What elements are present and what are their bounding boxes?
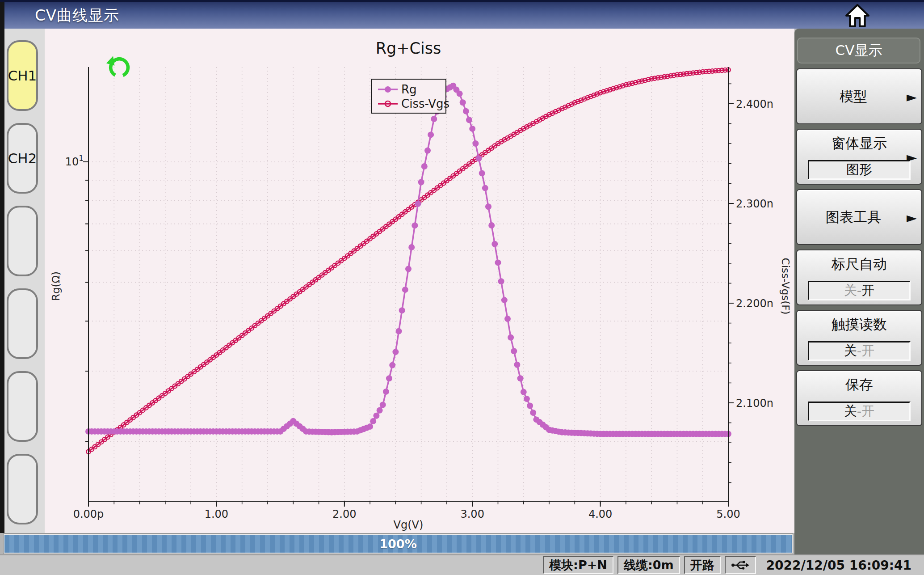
- menu-button-chart-tools[interactable]: 图表工具 ►: [796, 189, 922, 245]
- top-edge: [0, 0, 924, 2]
- menu-button-touch-readout[interactable]: 触摸读数 关-开: [796, 310, 922, 366]
- right-axis-label: Ciss-Vgs(F): [780, 258, 791, 315]
- svg-text:1.00: 1.00: [205, 508, 228, 520]
- ciss-series: [86, 68, 731, 454]
- svg-text:5.00: 5.00: [716, 508, 740, 520]
- svg-text:2.100n: 2.100n: [736, 397, 773, 410]
- status-module: 模块:P+N: [543, 556, 613, 574]
- left-axis-tick-label: 101: [65, 154, 84, 168]
- usb-icon: [731, 559, 750, 571]
- channel-button-ch1[interactable]: CH1: [7, 40, 38, 111]
- status-datetime: 2022/12/05 16:09:41: [766, 558, 911, 573]
- status-circuit: 开路: [684, 556, 721, 574]
- menu-button-window-display[interactable]: 窗体显示 ► 图形: [796, 129, 922, 185]
- progress-bar: 100%: [4, 534, 793, 554]
- right-menu-panel: CV显示 模型 ► 窗体显示 ► 图形 图表工具 ► 标尺自动 关-开 触摸读数…: [794, 29, 924, 554]
- refresh-busy-icon: [106, 55, 131, 80]
- status-cable: 线缆:0m: [617, 556, 680, 574]
- channel-sidebar: CH1 CH2: [4, 29, 45, 533]
- rg-series: [85, 83, 731, 437]
- chart-axes: [83, 67, 734, 507]
- home-icon[interactable]: [844, 4, 870, 28]
- channel-button-empty-2[interactable]: [7, 288, 38, 359]
- save-toggle[interactable]: 关-开: [808, 402, 911, 421]
- svg-text:4.00: 4.00: [588, 508, 612, 520]
- menu-header: CV显示: [797, 38, 920, 63]
- progress-label: 100%: [379, 537, 416, 551]
- channel-button-empty-4[interactable]: [7, 454, 38, 524]
- menu-button-autoscale[interactable]: 标尺自动 关-开: [796, 249, 922, 305]
- status-bar: 模块:P+N 线缆:0m 开路 2022/12/05 16:09:41: [0, 554, 924, 575]
- menu-button-save[interactable]: 保存 关-开: [796, 370, 922, 426]
- channel-button-empty-3[interactable]: [7, 371, 38, 442]
- submenu-arrow-icon: ►: [907, 209, 917, 225]
- svg-text:3.00: 3.00: [460, 508, 484, 520]
- svg-text:2.400n: 2.400n: [736, 98, 773, 110]
- usb-status-box: [725, 556, 756, 574]
- cv-chart: Rg+Ciss0.00p1.002.003.004.005.00Vg(V)101…: [45, 29, 794, 533]
- chart-title: Rg+Ciss: [376, 39, 441, 57]
- autoscale-toggle[interactable]: 关-开: [808, 281, 911, 300]
- chart-legend: RgCiss-Vgs: [372, 79, 449, 113]
- menu-button-model[interactable]: 模型 ►: [796, 68, 922, 124]
- channel-button-ch2[interactable]: CH2: [7, 123, 38, 194]
- x-axis-label: Vg(V): [394, 519, 424, 531]
- svg-text:Rg: Rg: [401, 83, 417, 96]
- svg-text:2.200n: 2.200n: [736, 297, 773, 310]
- submenu-arrow-icon: ►: [907, 89, 917, 104]
- left-edge: [0, 2, 4, 533]
- svg-text:0.00p: 0.00p: [73, 508, 104, 520]
- progress-zone: 100%: [0, 533, 794, 554]
- left-axis-label: Rg(Ω): [50, 271, 62, 301]
- window-display-value[interactable]: 图形: [808, 160, 911, 180]
- svg-text:2.00: 2.00: [332, 508, 356, 520]
- svg-text:Ciss-Vgs: Ciss-Vgs: [401, 97, 449, 110]
- touch-readout-toggle[interactable]: 关-开: [808, 341, 911, 361]
- svg-text:2.300n: 2.300n: [736, 198, 773, 210]
- title-bar: CV曲线显示: [0, 0, 924, 29]
- channel-button-empty-1[interactable]: [7, 206, 38, 276]
- window-title: CV曲线显示: [35, 5, 119, 26]
